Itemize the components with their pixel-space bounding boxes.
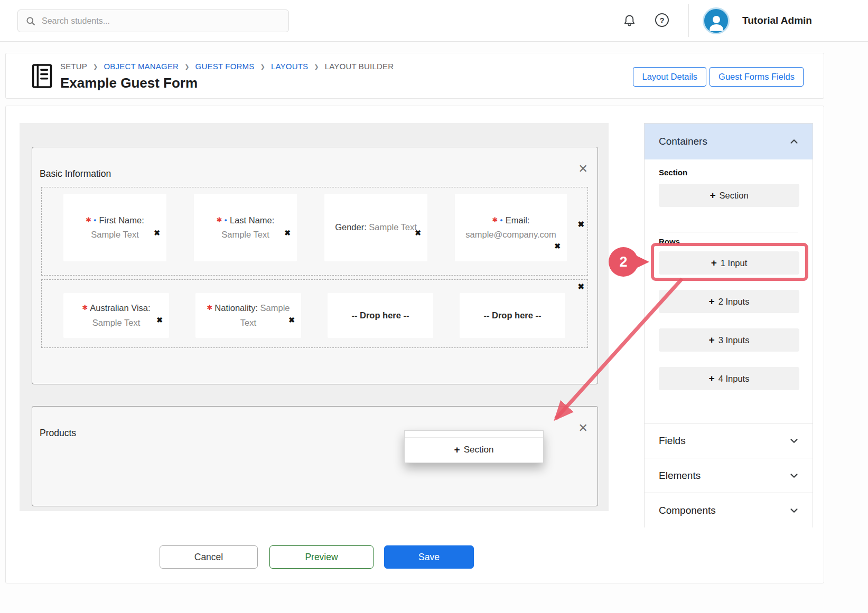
add-2-inputs-label: 2 Inputs (718, 297, 750, 307)
field-value: Sample Text (221, 230, 269, 239)
required-asterisk-icon: ✱ (86, 216, 91, 224)
search-box (17, 10, 289, 32)
panel-elements-header[interactable]: Elements (645, 458, 813, 493)
field-value-line: Sample Text (92, 316, 141, 330)
field-label: Nationality: (214, 303, 258, 313)
field-card-last-name[interactable]: ✱●Last Name: Sample Text ✖ (194, 194, 297, 261)
field-value: sample@company.com (465, 230, 556, 239)
field-value-line: Sample Text (221, 228, 269, 242)
page-title: Example Guest Form (60, 75, 198, 91)
help-button[interactable]: ? (654, 12, 670, 28)
remove-field-icon[interactable]: ✖ (415, 229, 421, 237)
field-row[interactable]: ✱●First Name: Sample Text ✖ ✱●Last Name:… (41, 187, 588, 276)
field-label: Gender: (335, 222, 367, 232)
topbar: ? Tutorial Admin (0, 0, 868, 42)
drag-ghost-label: Section (464, 445, 494, 455)
field-dot-icon: ● (500, 218, 502, 223)
panel-containers-header[interactable]: Containers (645, 124, 813, 159)
field-value-line: Sample Text (91, 228, 139, 242)
preview-button[interactable]: Preview (269, 545, 374, 569)
user-menu[interactable]: Tutorial Admin (703, 5, 812, 36)
remove-row-icon[interactable]: ✖ (577, 282, 584, 290)
notifications-button[interactable] (621, 12, 637, 28)
add-4-inputs-label: 4 Inputs (718, 374, 750, 384)
panel-elements-label: Elements (659, 470, 701, 482)
add-3-inputs-button[interactable]: + 3 Inputs (659, 328, 799, 352)
header-actions: Layout Details Guest Forms Fields (633, 67, 804, 87)
remove-row-icon[interactable]: ✖ (577, 220, 584, 228)
chevron-up-icon (788, 136, 800, 147)
drop-here-label: -- Drop here -- (351, 308, 409, 323)
cancel-button[interactable]: Cancel (160, 545, 258, 569)
drop-placeholder[interactable]: -- Drop here -- (328, 293, 433, 338)
breadcrumb-item-layouts[interactable]: LAYOUTS (271, 62, 308, 71)
person-icon (706, 12, 727, 33)
save-button[interactable]: Save (384, 545, 474, 569)
add-4-inputs-button[interactable]: + 4 Inputs (659, 367, 799, 390)
section-title: Basic Information (40, 168, 111, 180)
rows-group-label: Rows (659, 237, 798, 246)
remove-field-icon[interactable]: ✖ (554, 242, 561, 250)
field-value: Sample Text (92, 318, 141, 327)
topbar-divider (688, 4, 689, 37)
add-2-inputs-button[interactable]: + 2 Inputs (659, 290, 799, 313)
drop-placeholder[interactable]: -- Drop here -- (460, 293, 565, 338)
section-group-label: Section (659, 168, 798, 177)
sidebar-divider (659, 232, 798, 232)
plus-icon: + (709, 373, 715, 384)
field-label-line: ✱●Last Name: (217, 213, 275, 228)
field-dot-icon: ● (94, 218, 96, 223)
remove-field-icon[interactable]: ✖ (156, 316, 163, 324)
required-asterisk-icon: ✱ (82, 304, 88, 312)
breadcrumb-separator-icon: ❯ (314, 63, 319, 70)
add-section-button[interactable]: + Section (659, 184, 799, 207)
remove-field-icon[interactable]: ✖ (284, 229, 291, 237)
field-label-line: ✱Nationality: Sample Text (203, 301, 294, 329)
field-label: Email: (506, 215, 530, 225)
panel-components-label: Components (659, 505, 716, 516)
add-1-input-label: 1 Input (721, 258, 747, 268)
guest-forms-fields-button[interactable]: Guest Forms Fields (710, 67, 804, 87)
section-close-icon[interactable]: ✕ (578, 163, 588, 175)
field-label-line: Gender: Sample Text (335, 220, 417, 234)
field-card-first-name[interactable]: ✱●First Name: Sample Text ✖ (63, 194, 166, 261)
field-card-australian-visa[interactable]: ✱Australian Visa: Sample Text ✖ (63, 293, 169, 338)
add-1-input-button[interactable]: + 1 Input (659, 251, 799, 275)
sidebar-accordion: Fields Elements Components (645, 423, 813, 527)
breadcrumb-item-object-manager[interactable]: OBJECT MANAGER (104, 62, 179, 71)
add-3-inputs-label: 3 Inputs (718, 335, 750, 345)
plus-icon: + (709, 334, 715, 346)
field-label-line: ✱Australian Visa: (82, 301, 150, 315)
user-name: Tutorial Admin (742, 15, 812, 26)
breadcrumb-separator-icon: ❯ (260, 63, 265, 70)
plus-icon: + (454, 444, 460, 456)
layout-details-button[interactable]: Layout Details (633, 67, 706, 87)
plus-icon: + (710, 190, 715, 201)
breadcrumb-item-guest-forms[interactable]: GUEST FORMS (195, 62, 255, 71)
section-close-icon[interactable]: ✕ (578, 422, 588, 434)
avatar (703, 7, 730, 34)
bell-icon (622, 13, 637, 27)
drag-ghost-section: + Section (404, 430, 544, 463)
search-input[interactable] (42, 16, 281, 26)
remove-field-icon[interactable]: ✖ (154, 229, 160, 237)
page-header: SETUP ❯ OBJECT MANAGER ❯ GUEST FORMS ❯ L… (5, 53, 824, 99)
field-row[interactable]: ✱Australian Visa: Sample Text ✖ ✱Nationa… (41, 279, 588, 348)
panel-fields-header[interactable]: Fields (645, 423, 813, 458)
breadcrumb-separator-icon: ❯ (184, 63, 189, 70)
field-card-nationality[interactable]: ✱Nationality: Sample Text ✖ (195, 293, 301, 338)
field-label: Last Name: (230, 215, 274, 225)
section-title: Products (40, 428, 76, 439)
field-label: Australian Visa: (90, 303, 150, 313)
field-card-email[interactable]: ✱●Email: sample@company.com ✖ (455, 194, 567, 261)
field-dot-icon: ● (225, 218, 227, 223)
section-basic-information: Basic Information ✕ ✱●First Name: Sample… (32, 147, 598, 384)
field-card-gender[interactable]: Gender: Sample Text ✖ (324, 194, 427, 261)
panel-components-header[interactable]: Components (645, 493, 813, 527)
breadcrumb-item-setup: SETUP (60, 62, 87, 71)
panel-fields-label: Fields (659, 435, 686, 447)
drag-ghost-section-button: + Section (405, 437, 543, 463)
remove-field-icon[interactable]: ✖ (288, 316, 295, 324)
plus-icon: + (711, 257, 717, 269)
field-label-line: ✱●Email: (492, 213, 529, 228)
